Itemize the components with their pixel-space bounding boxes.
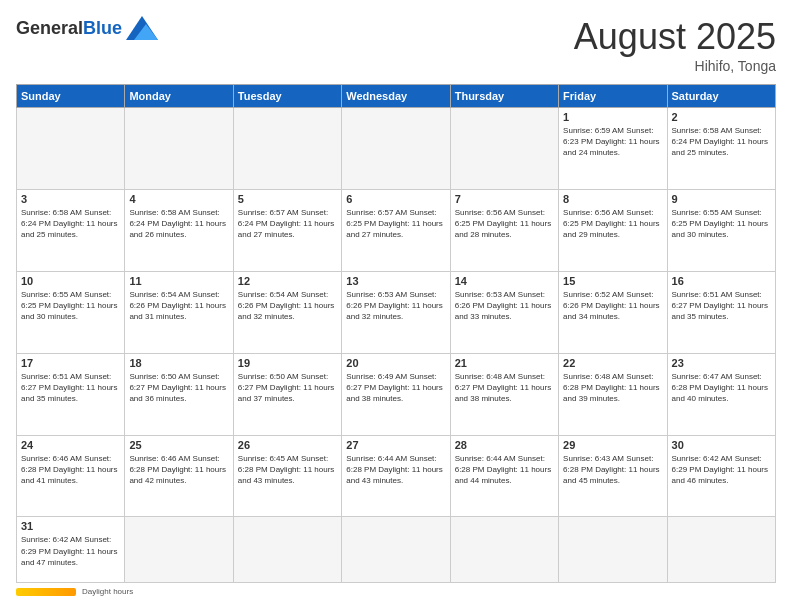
day-number: 30	[672, 439, 771, 451]
footer-row: Daylight hours	[16, 587, 776, 596]
day-info: Sunrise: 6:44 AM Sunset: 6:28 PM Dayligh…	[455, 453, 554, 487]
day-info: Sunrise: 6:48 AM Sunset: 6:28 PM Dayligh…	[563, 371, 662, 405]
day-number: 20	[346, 357, 445, 369]
logo-blue-text: Blue	[83, 18, 122, 39]
calendar-cell: 9Sunrise: 6:55 AM Sunset: 6:25 PM Daylig…	[667, 189, 775, 271]
calendar-cell: 28Sunrise: 6:44 AM Sunset: 6:28 PM Dayli…	[450, 435, 558, 517]
day-info: Sunrise: 6:42 AM Sunset: 6:29 PM Dayligh…	[672, 453, 771, 487]
day-info: Sunrise: 6:51 AM Sunset: 6:27 PM Dayligh…	[21, 371, 120, 405]
title-area: August 2025 Hihifo, Tonga	[574, 16, 776, 74]
header-sunday: Sunday	[17, 85, 125, 108]
day-info: Sunrise: 6:43 AM Sunset: 6:28 PM Dayligh…	[563, 453, 662, 487]
day-info: Sunrise: 6:56 AM Sunset: 6:25 PM Dayligh…	[455, 207, 554, 241]
day-info: Sunrise: 6:52 AM Sunset: 6:26 PM Dayligh…	[563, 289, 662, 323]
day-number: 9	[672, 193, 771, 205]
day-number: 11	[129, 275, 228, 287]
day-number: 17	[21, 357, 120, 369]
calendar-cell: 18Sunrise: 6:50 AM Sunset: 6:27 PM Dayli…	[125, 353, 233, 435]
day-number: 6	[346, 193, 445, 205]
calendar-cell: 11Sunrise: 6:54 AM Sunset: 6:26 PM Dayli…	[125, 271, 233, 353]
header-monday: Monday	[125, 85, 233, 108]
day-number: 23	[672, 357, 771, 369]
calendar-cell: 8Sunrise: 6:56 AM Sunset: 6:25 PM Daylig…	[559, 189, 667, 271]
day-info: Sunrise: 6:58 AM Sunset: 6:24 PM Dayligh…	[129, 207, 228, 241]
calendar-week-row: 1Sunrise: 6:59 AM Sunset: 6:23 PM Daylig…	[17, 108, 776, 190]
calendar-cell: 20Sunrise: 6:49 AM Sunset: 6:27 PM Dayli…	[342, 353, 450, 435]
day-info: Sunrise: 6:57 AM Sunset: 6:25 PM Dayligh…	[346, 207, 445, 241]
day-number: 24	[21, 439, 120, 451]
calendar-cell: 27Sunrise: 6:44 AM Sunset: 6:28 PM Dayli…	[342, 435, 450, 517]
day-info: Sunrise: 6:53 AM Sunset: 6:26 PM Dayligh…	[346, 289, 445, 323]
calendar-cell: 1Sunrise: 6:59 AM Sunset: 6:23 PM Daylig…	[559, 108, 667, 190]
day-info: Sunrise: 6:55 AM Sunset: 6:25 PM Dayligh…	[672, 207, 771, 241]
day-number: 28	[455, 439, 554, 451]
header-friday: Friday	[559, 85, 667, 108]
calendar-cell: 12Sunrise: 6:54 AM Sunset: 6:26 PM Dayli…	[233, 271, 341, 353]
day-info: Sunrise: 6:54 AM Sunset: 6:26 PM Dayligh…	[238, 289, 337, 323]
calendar-cell: 2Sunrise: 6:58 AM Sunset: 6:24 PM Daylig…	[667, 108, 775, 190]
day-number: 2	[672, 111, 771, 123]
day-info: Sunrise: 6:51 AM Sunset: 6:27 PM Dayligh…	[672, 289, 771, 323]
calendar-cell: 21Sunrise: 6:48 AM Sunset: 6:27 PM Dayli…	[450, 353, 558, 435]
header-thursday: Thursday	[450, 85, 558, 108]
calendar-cell: 13Sunrise: 6:53 AM Sunset: 6:26 PM Dayli…	[342, 271, 450, 353]
day-number: 13	[346, 275, 445, 287]
day-number: 16	[672, 275, 771, 287]
location-subtitle: Hihifo, Tonga	[574, 58, 776, 74]
calendar-week-row: 31Sunrise: 6:42 AM Sunset: 6:29 PM Dayli…	[17, 517, 776, 583]
header-tuesday: Tuesday	[233, 85, 341, 108]
calendar-week-row: 24Sunrise: 6:46 AM Sunset: 6:28 PM Dayli…	[17, 435, 776, 517]
header-wednesday: Wednesday	[342, 85, 450, 108]
calendar-header-row: SundayMondayTuesdayWednesdayThursdayFrid…	[17, 85, 776, 108]
day-number: 14	[455, 275, 554, 287]
day-number: 27	[346, 439, 445, 451]
calendar-cell	[559, 517, 667, 583]
calendar-cell	[233, 517, 341, 583]
calendar-week-row: 17Sunrise: 6:51 AM Sunset: 6:27 PM Dayli…	[17, 353, 776, 435]
calendar-cell: 26Sunrise: 6:45 AM Sunset: 6:28 PM Dayli…	[233, 435, 341, 517]
calendar-cell: 6Sunrise: 6:57 AM Sunset: 6:25 PM Daylig…	[342, 189, 450, 271]
calendar-cell: 17Sunrise: 6:51 AM Sunset: 6:27 PM Dayli…	[17, 353, 125, 435]
calendar-cell: 10Sunrise: 6:55 AM Sunset: 6:25 PM Dayli…	[17, 271, 125, 353]
day-info: Sunrise: 6:46 AM Sunset: 6:28 PM Dayligh…	[21, 453, 120, 487]
day-number: 21	[455, 357, 554, 369]
calendar-cell: 23Sunrise: 6:47 AM Sunset: 6:28 PM Dayli…	[667, 353, 775, 435]
calendar-cell: 30Sunrise: 6:42 AM Sunset: 6:29 PM Dayli…	[667, 435, 775, 517]
day-info: Sunrise: 6:49 AM Sunset: 6:27 PM Dayligh…	[346, 371, 445, 405]
calendar-cell	[233, 108, 341, 190]
calendar-cell	[667, 517, 775, 583]
day-number: 22	[563, 357, 662, 369]
day-number: 29	[563, 439, 662, 451]
logo-icon	[126, 16, 158, 40]
calendar-cell	[342, 108, 450, 190]
calendar-cell	[450, 108, 558, 190]
calendar-cell: 3Sunrise: 6:58 AM Sunset: 6:24 PM Daylig…	[17, 189, 125, 271]
day-info: Sunrise: 6:53 AM Sunset: 6:26 PM Dayligh…	[455, 289, 554, 323]
calendar-week-row: 10Sunrise: 6:55 AM Sunset: 6:25 PM Dayli…	[17, 271, 776, 353]
day-info: Sunrise: 6:55 AM Sunset: 6:25 PM Dayligh…	[21, 289, 120, 323]
day-number: 19	[238, 357, 337, 369]
calendar-cell: 14Sunrise: 6:53 AM Sunset: 6:26 PM Dayli…	[450, 271, 558, 353]
day-info: Sunrise: 6:42 AM Sunset: 6:29 PM Dayligh…	[21, 534, 120, 568]
calendar-cell	[17, 108, 125, 190]
day-number: 10	[21, 275, 120, 287]
day-info: Sunrise: 6:54 AM Sunset: 6:26 PM Dayligh…	[129, 289, 228, 323]
calendar-cell: 24Sunrise: 6:46 AM Sunset: 6:28 PM Dayli…	[17, 435, 125, 517]
logo-general-text: General	[16, 18, 83, 39]
logo-area: General Blue	[16, 16, 158, 40]
calendar-cell: 7Sunrise: 6:56 AM Sunset: 6:25 PM Daylig…	[450, 189, 558, 271]
day-number: 7	[455, 193, 554, 205]
day-info: Sunrise: 6:57 AM Sunset: 6:24 PM Dayligh…	[238, 207, 337, 241]
calendar-table: SundayMondayTuesdayWednesdayThursdayFrid…	[16, 84, 776, 583]
day-number: 18	[129, 357, 228, 369]
calendar-cell	[125, 517, 233, 583]
calendar-cell	[125, 108, 233, 190]
header-saturday: Saturday	[667, 85, 775, 108]
day-info: Sunrise: 6:48 AM Sunset: 6:27 PM Dayligh…	[455, 371, 554, 405]
calendar-cell: 22Sunrise: 6:48 AM Sunset: 6:28 PM Dayli…	[559, 353, 667, 435]
day-info: Sunrise: 6:44 AM Sunset: 6:28 PM Dayligh…	[346, 453, 445, 487]
calendar-cell: 19Sunrise: 6:50 AM Sunset: 6:27 PM Dayli…	[233, 353, 341, 435]
day-info: Sunrise: 6:58 AM Sunset: 6:24 PM Dayligh…	[672, 125, 771, 159]
day-info: Sunrise: 6:50 AM Sunset: 6:27 PM Dayligh…	[129, 371, 228, 405]
calendar-cell: 31Sunrise: 6:42 AM Sunset: 6:29 PM Dayli…	[17, 517, 125, 583]
